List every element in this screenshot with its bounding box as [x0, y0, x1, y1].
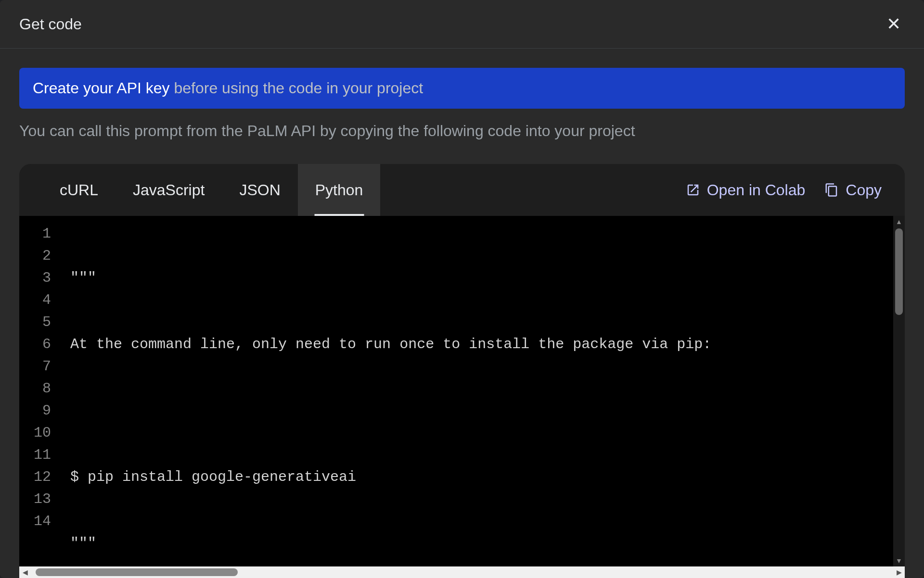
tab-curl[interactable]: cURL — [42, 164, 116, 216]
code-editor: 1 2 3 4 5 6 7 8 9 10 11 12 13 14 — [19, 216, 905, 578]
hscroll-track[interactable] — [31, 566, 893, 578]
line-number: 13 — [34, 488, 51, 510]
line-number: 4 — [34, 289, 51, 311]
tab-json[interactable]: JSON — [222, 164, 297, 216]
description-text: You can call this prompt from the PaLM A… — [19, 122, 905, 140]
copy-button[interactable]: Copy — [824, 181, 882, 199]
language-tabs: cURL JavaScript JSON Python — [42, 164, 380, 216]
open-in-colab-button[interactable]: Open in Colab — [686, 181, 806, 199]
open-in-colab-label: Open in Colab — [707, 181, 806, 199]
line-number: 3 — [34, 267, 51, 289]
api-key-banner[interactable]: Create your API key before using the cod… — [19, 68, 905, 109]
scroll-left-arrow-icon[interactable]: ◀ — [19, 566, 31, 578]
copy-icon — [824, 183, 839, 197]
code-line: """ — [70, 267, 900, 289]
modal-title: Get code — [19, 15, 82, 33]
modal-header: Get code ✕ — [0, 0, 924, 49]
line-number: 14 — [34, 510, 51, 532]
scroll-right-arrow-icon[interactable]: ▶ — [893, 566, 905, 578]
line-number: 2 — [34, 245, 51, 267]
code-line: """ — [70, 532, 900, 554]
vscroll-track[interactable] — [893, 227, 905, 555]
close-icon: ✕ — [886, 14, 901, 34]
open-external-icon — [686, 183, 700, 197]
line-numbers: 1 2 3 4 5 6 7 8 9 10 11 12 13 14 — [19, 216, 61, 578]
line-number: 12 — [34, 466, 51, 488]
line-number: 11 — [34, 444, 51, 466]
create-api-key-link[interactable]: Create your API key — [33, 79, 170, 97]
scroll-down-arrow-icon[interactable]: ▼ — [893, 555, 905, 566]
copy-label: Copy — [846, 181, 882, 199]
vscroll-thumb[interactable] — [895, 228, 903, 315]
get-code-modal: Get code ✕ Create your API key before us… — [0, 0, 924, 578]
banner-rest-text: before using the code in your project — [170, 79, 424, 97]
line-number: 7 — [34, 355, 51, 377]
close-button[interactable]: ✕ — [883, 12, 905, 37]
tab-python[interactable]: Python — [298, 164, 381, 216]
line-number: 6 — [34, 333, 51, 355]
line-number: 1 — [34, 223, 51, 245]
code-toolbar: cURL JavaScript JSON Python Open in Cola… — [19, 164, 905, 216]
banner-text: Create your API key before using the cod… — [33, 79, 423, 97]
hscroll-thumb[interactable] — [36, 568, 238, 576]
code-scroll-area[interactable]: 1 2 3 4 5 6 7 8 9 10 11 12 13 14 — [19, 216, 905, 578]
line-number: 10 — [34, 422, 51, 444]
code-line: $ pip install google-generativeai — [70, 466, 900, 488]
code-line — [70, 400, 900, 422]
tab-javascript[interactable]: JavaScript — [116, 164, 222, 216]
code-panel: cURL JavaScript JSON Python Open in Cola… — [19, 164, 905, 578]
vertical-scrollbar[interactable]: ▲ ▼ — [893, 216, 905, 566]
line-number: 8 — [34, 377, 51, 400]
line-number: 5 — [34, 311, 51, 333]
code-content[interactable]: """ At the command line, only need to ru… — [61, 216, 905, 578]
scroll-up-arrow-icon[interactable]: ▲ — [893, 216, 905, 227]
line-number: 9 — [34, 400, 51, 422]
modal-body: Create your API key before using the cod… — [0, 49, 924, 578]
toolbar-actions: Open in Colab Copy — [686, 181, 882, 199]
code-line: At the command line, only need to run on… — [70, 333, 900, 355]
horizontal-scrollbar[interactable]: ◀ ▶ — [19, 566, 905, 578]
